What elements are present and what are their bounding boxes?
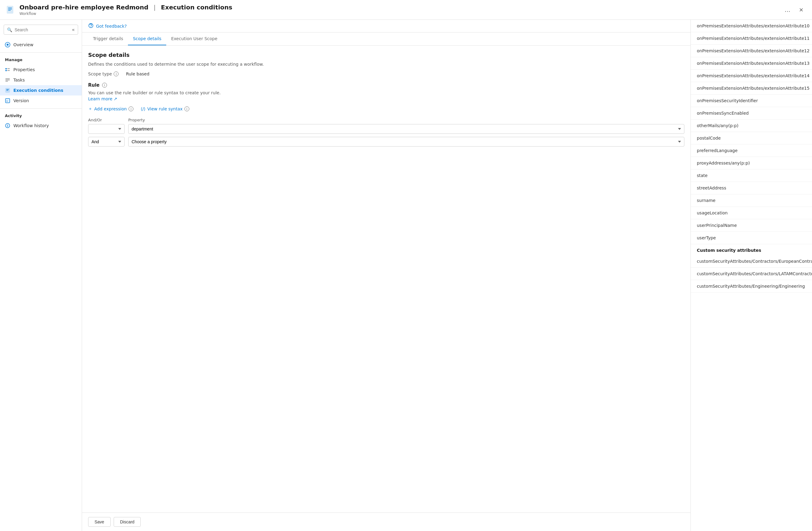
external-link-icon: ↗ xyxy=(114,96,117,101)
list-item[interactable]: customSecurityAttributes/Engineering/Eng… xyxy=(691,280,812,293)
list-item[interactable]: customSecurityAttributes/Contractors/Eur… xyxy=(691,255,812,268)
feedback-bar[interactable]: Got feedback? xyxy=(82,20,691,32)
search-icon: 🔍 xyxy=(7,27,12,32)
list-item[interactable]: preferredLanguage xyxy=(691,144,812,157)
sidebar-item-properties[interactable]: Properties xyxy=(0,65,82,75)
workflow-history-label: Workflow history xyxy=(13,123,49,128)
list-item[interactable]: proxyAddresses/any(p:p) xyxy=(691,157,812,169)
rule-row-2: And Or Choose a property xyxy=(88,137,684,146)
svg-rect-6 xyxy=(5,68,7,69)
tabs-bar: Trigger details Scope details Execution … xyxy=(82,32,691,46)
version-label: Version xyxy=(13,98,29,103)
scope-type-info-icon[interactable]: i xyxy=(114,71,118,76)
header-title-group: Onboard pre-hire employee Redmond | Exec… xyxy=(19,4,782,16)
add-expr-info-icon[interactable]: i xyxy=(129,107,133,111)
save-button[interactable]: Save xyxy=(88,517,111,527)
sidebar-item-tasks[interactable]: Tasks xyxy=(0,75,82,85)
list-item[interactable]: streetAddress xyxy=(691,182,812,194)
column-labels: And/Or Property xyxy=(88,118,684,122)
list-item[interactable]: customSecurityAttributes/Contractors/LAT… xyxy=(691,268,812,280)
sidebar-item-overview[interactable]: Overview xyxy=(0,40,82,50)
list-item[interactable]: onPremisesExtensionAttributes/extensionA… xyxy=(691,70,812,82)
tab-trigger-details[interactable]: Trigger details xyxy=(88,32,128,45)
list-item[interactable]: userPrincipalName xyxy=(691,219,812,232)
header-section: Execution conditions xyxy=(161,4,232,11)
sidebar-divider-2 xyxy=(0,108,82,109)
svg-rect-7 xyxy=(5,70,7,71)
more-button[interactable]: ... xyxy=(782,5,793,15)
rule-info-icon[interactable]: i xyxy=(102,83,107,87)
workflow-history-icon: i xyxy=(5,123,10,128)
content-area: Got feedback? Trigger details Scope deta… xyxy=(82,20,812,531)
property-dropdown-list: onPremisesExtensionAttributes/extensionA… xyxy=(691,20,812,293)
list-item[interactable]: onPremisesSecurityIdentifier xyxy=(691,95,812,107)
workflow-name: Onboard pre-hire employee Redmond xyxy=(19,4,148,11)
app-icon xyxy=(6,5,16,15)
rule-actions: ＋ Add expression i ⟨/⟩ View rule syntax … xyxy=(88,106,684,112)
svg-rect-0 xyxy=(7,6,13,13)
svg-text:i: i xyxy=(7,124,8,127)
properties-label: Properties xyxy=(13,67,35,72)
col-label-and-or: And/Or xyxy=(88,118,125,122)
list-item[interactable]: surname xyxy=(691,194,812,207)
svg-point-21 xyxy=(90,27,91,28)
panel-footer: Save Discard xyxy=(82,513,691,531)
rule-header: Rule i xyxy=(88,82,684,88)
tab-execution-user-scope[interactable]: Execution User Scope xyxy=(166,32,222,45)
execution-conditions-icon xyxy=(5,87,10,93)
rule-title: Rule xyxy=(88,82,100,88)
feedback-icon xyxy=(88,23,93,29)
property-select-2[interactable]: Choose a property xyxy=(128,137,684,146)
and-or-select-1[interactable]: And Or xyxy=(88,124,125,134)
list-item[interactable]: state xyxy=(691,169,812,182)
manage-section-label: Manage xyxy=(0,55,82,65)
scope-type-label: Scope type i xyxy=(88,71,118,76)
list-item[interactable]: userType xyxy=(691,232,812,244)
list-item[interactable]: onPremisesExtensionAttributes/extensionA… xyxy=(691,32,812,45)
main-layout: 🔍 « Overview Manage Properties Tasks xyxy=(0,20,812,531)
panel-content: Scope details Defines the conditions use… xyxy=(82,46,691,513)
execution-conditions-label: Execution conditions xyxy=(13,88,63,93)
tab-scope-details[interactable]: Scope details xyxy=(128,32,166,45)
version-icon: v xyxy=(5,98,10,103)
sidebar: 🔍 « Overview Manage Properties Tasks xyxy=(0,20,82,531)
custom-security-section-label: Custom security attributes xyxy=(691,244,812,255)
sidebar-item-execution-conditions[interactable]: Execution conditions xyxy=(0,85,82,96)
view-rule-syntax-button[interactable]: ⟨/⟩ View rule syntax i xyxy=(141,107,189,111)
list-item[interactable]: onPremisesExtensionAttributes/extensionA… xyxy=(691,20,812,32)
list-item[interactable]: onPremisesExtensionAttributes/extensionA… xyxy=(691,57,812,70)
feedback-label: Got feedback? xyxy=(96,24,127,29)
list-item[interactable]: onPremisesSyncEnabled xyxy=(691,107,812,120)
scope-details-title: Scope details xyxy=(88,52,684,58)
close-button[interactable]: ✕ xyxy=(797,5,806,14)
sidebar-item-version[interactable]: v Version xyxy=(0,96,82,106)
sidebar-divider-1 xyxy=(0,52,82,53)
and-or-select-2[interactable]: And Or xyxy=(88,137,125,146)
view-syntax-info-icon[interactable]: i xyxy=(185,107,189,111)
learn-more-link[interactable]: Learn more ↗ xyxy=(88,96,117,101)
list-item[interactable]: onPremisesExtensionAttributes/extensionA… xyxy=(691,45,812,57)
list-item[interactable]: otherMails/any(p:p) xyxy=(691,120,812,132)
properties-icon xyxy=(5,67,10,72)
search-box[interactable]: 🔍 « xyxy=(4,25,78,35)
list-item[interactable]: postalCode xyxy=(691,132,812,144)
tasks-label: Tasks xyxy=(13,78,25,82)
collapse-button[interactable]: « xyxy=(72,27,75,32)
header-separator: | xyxy=(154,4,156,11)
col-label-property: Property xyxy=(128,118,684,122)
svg-point-5 xyxy=(7,44,9,46)
sidebar-item-workflow-history[interactable]: i Workflow history xyxy=(0,121,82,131)
main-panel: Got feedback? Trigger details Scope deta… xyxy=(82,20,691,531)
app-header: Onboard pre-hire employee Redmond | Exec… xyxy=(0,0,812,20)
list-item[interactable]: usageLocation xyxy=(691,207,812,219)
plus-icon: ＋ xyxy=(88,106,92,112)
scope-type-value: Rule based xyxy=(126,71,149,76)
scope-details-description: Defines the conditions used to determine… xyxy=(88,62,684,67)
discard-button[interactable]: Discard xyxy=(114,517,141,527)
property-select-1[interactable]: department xyxy=(128,124,684,134)
tasks-icon xyxy=(5,77,10,83)
svg-text:v: v xyxy=(6,99,8,102)
add-expression-button[interactable]: ＋ Add expression i xyxy=(88,106,133,112)
search-input[interactable] xyxy=(15,27,69,32)
list-item[interactable]: onPremisesExtensionAttributes/extensionA… xyxy=(691,82,812,95)
